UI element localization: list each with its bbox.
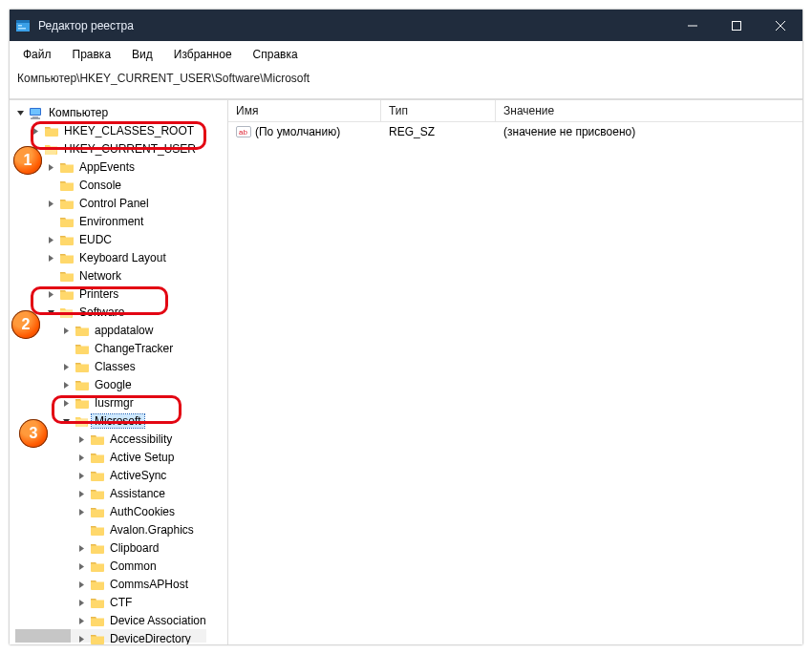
tree-node[interactable]: ChangeTracker: [10, 340, 227, 357]
tree-node[interactable]: HKEY_CLASSES_ROOT: [10, 122, 227, 139]
app-icon: [15, 18, 31, 33]
tree-node[interactable]: Keyboard Layout: [10, 249, 227, 266]
chevron-right-icon[interactable]: [75, 454, 88, 462]
chevron-right-icon[interactable]: [75, 580, 88, 589]
window-title: Редактор реестра: [38, 19, 671, 32]
folder-icon: [59, 215, 75, 228]
chevron-right-icon[interactable]: [75, 635, 88, 643]
tree-node[interactable]: AuthCookies: [10, 503, 227, 520]
folder-open-icon: [59, 306, 75, 319]
tree-node-label: Iusrmgr: [92, 396, 137, 410]
chevron-right-icon[interactable]: [75, 472, 88, 480]
chevron-right-icon[interactable]: [59, 327, 73, 335]
tree-node[interactable]: Common: [10, 558, 227, 575]
chevron-right-icon[interactable]: [75, 544, 88, 553]
chevron-right-icon[interactable]: [44, 290, 57, 299]
chevron-down-icon[interactable]: [59, 417, 73, 426]
folder-icon: [90, 505, 105, 518]
tree-node[interactable]: Network: [10, 267, 227, 285]
titlebar[interactable]: Редактор реестра: [10, 10, 802, 41]
tree-node[interactable]: Printers: [10, 285, 227, 303]
menu-edit[interactable]: Правка: [69, 46, 116, 63]
tree-node-label: ActiveSync: [107, 469, 169, 482]
svg-rect-8: [31, 118, 40, 119]
chevron-right-icon[interactable]: [44, 236, 57, 244]
tree-node[interactable]: appdatalow: [10, 322, 227, 339]
tree-node[interactable]: Компьютер: [10, 104, 227, 121]
value-type: REG_SZ: [381, 122, 496, 141]
tree-node[interactable]: Avalon.Graphics: [10, 521, 227, 538]
minimize-button[interactable]: [671, 10, 715, 41]
tree-node[interactable]: Control Panel: [10, 195, 227, 212]
tree-node[interactable]: DeviceDirectory: [10, 630, 227, 644]
chevron-right-icon[interactable]: [75, 435, 88, 444]
folder-icon: [59, 197, 75, 210]
chevron-down-icon[interactable]: [44, 308, 57, 317]
tree-node[interactable]: Environment: [10, 213, 227, 230]
value-rows: ab(По умолчанию)REG_SZ(значение не присв…: [228, 122, 802, 644]
tree-node[interactable]: AppEvents: [10, 158, 227, 176]
menu-favorite[interactable]: Избранное: [170, 46, 236, 63]
tree-node-label: Clipboard: [107, 541, 161, 555]
tree-node-label: EUDC: [76, 233, 115, 246]
tree-node-label: Assistance: [107, 487, 168, 500]
folder-icon: [44, 124, 59, 137]
chevron-right-icon[interactable]: [75, 599, 88, 607]
tree-node[interactable]: Classes: [10, 358, 227, 375]
tree-node[interactable]: ActiveSync: [10, 467, 227, 484]
chevron-right-icon[interactable]: [59, 381, 73, 390]
folder-icon: [75, 396, 90, 410]
tree-node[interactable]: Device Association: [10, 612, 227, 629]
column-headers: Имя Тип Значение: [228, 100, 802, 122]
folder-icon: [90, 578, 105, 591]
tree-node-label: AuthCookies: [107, 505, 178, 518]
tree-node-label: Classes: [92, 360, 139, 373]
tree-node[interactable]: Clipboard: [10, 539, 227, 557]
chevron-down-icon[interactable]: [13, 109, 27, 117]
tree-node[interactable]: Active Setup: [10, 449, 227, 466]
svg-rect-2: [18, 25, 22, 27]
chevron-right-icon[interactable]: [59, 399, 73, 408]
tree-node[interactable]: Google: [10, 376, 227, 393]
close-button[interactable]: [759, 10, 802, 41]
tree-node-label: Console: [76, 179, 124, 192]
folder-icon: [90, 487, 105, 500]
folder-icon: [75, 342, 90, 355]
chevron-right-icon[interactable]: [44, 254, 57, 263]
tree-node[interactable]: Iusrmgr: [10, 394, 227, 411]
chevron-right-icon[interactable]: [44, 163, 57, 172]
tree-node[interactable]: Assistance: [10, 485, 227, 502]
col-type[interactable]: Тип: [381, 100, 496, 121]
chevron-right-icon[interactable]: [75, 508, 88, 517]
folder-icon: [75, 360, 90, 373]
tree-node-label: Microsoft: [92, 414, 144, 428]
menu-file[interactable]: Файл: [19, 46, 55, 63]
folder-icon: [59, 251, 75, 264]
chevron-right-icon[interactable]: [44, 200, 57, 208]
folder-icon: [59, 160, 75, 174]
chevron-right-icon[interactable]: [59, 363, 73, 371]
tree-node[interactable]: Console: [10, 177, 227, 194]
tree-node[interactable]: Software: [10, 304, 227, 321]
menu-help[interactable]: Справка: [249, 46, 302, 63]
chevron-right-icon[interactable]: [75, 490, 88, 498]
address-bar[interactable]: Компьютер\HKEY_CURRENT_USER\Software\Mic…: [10, 68, 802, 99]
tree-node[interactable]: CTF: [10, 594, 227, 611]
svg-rect-7: [32, 116, 38, 118]
tree-node-label: Software: [76, 306, 127, 319]
chevron-right-icon[interactable]: [75, 562, 88, 571]
menu-view[interactable]: Вид: [128, 46, 157, 63]
tree-node[interactable]: HKEY_CURRENT_USER: [10, 140, 227, 158]
chevron-right-icon[interactable]: [29, 127, 42, 136]
tree-node[interactable]: CommsAPHost: [10, 576, 227, 593]
col-name[interactable]: Имя: [228, 100, 381, 121]
tree-node[interactable]: EUDC: [10, 231, 227, 248]
maximize-button[interactable]: [715, 10, 759, 41]
folder-open-icon: [75, 414, 90, 428]
value-row[interactable]: ab(По умолчанию)REG_SZ(значение не присв…: [228, 122, 802, 141]
chevron-right-icon[interactable]: [75, 617, 88, 625]
annotation-badge-2: 2: [11, 310, 40, 339]
col-value[interactable]: Значение: [496, 100, 802, 121]
tree-pane[interactable]: КомпьютерHKEY_CLASSES_ROOTHKEY_CURRENT_U…: [10, 100, 228, 644]
tree-node-label: appdatalow: [92, 324, 156, 337]
